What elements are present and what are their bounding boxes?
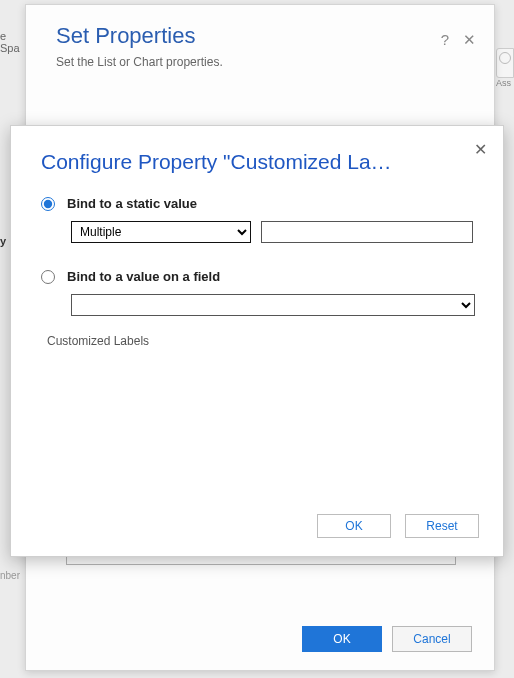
property-hint-label: Customized Labels (47, 334, 475, 348)
static-controls-row: Multiple (71, 221, 475, 243)
outer-dialog-subtitle: Set the List or Chart properties. (56, 55, 470, 69)
close-icon[interactable]: ✕ (463, 31, 476, 49)
help-icon[interactable]: ? (441, 31, 449, 49)
static-type-select[interactable]: Multiple (71, 221, 251, 243)
option-field-row: Bind to a value on a field (41, 269, 475, 284)
bg-assist-icon (496, 48, 514, 78)
configure-property-dialog: ✕ Configure Property "Customized La… Bin… (10, 125, 504, 557)
static-value-input[interactable] (261, 221, 473, 243)
inner-reset-button[interactable]: Reset (405, 514, 479, 538)
radio-field-value[interactable] (41, 270, 55, 284)
inner-dialog-title: Configure Property "Customized La… (41, 150, 461, 174)
inner-close-icon[interactable]: ✕ (474, 140, 487, 159)
outer-dialog-header: Set Properties Set the List or Chart pro… (26, 5, 494, 79)
outer-dialog-title: Set Properties (56, 23, 470, 49)
option-static-label: Bind to a static value (67, 196, 197, 211)
field-select[interactable] (71, 294, 475, 316)
option-field-label: Bind to a value on a field (67, 269, 220, 284)
inner-dialog-footer: OK Reset (317, 514, 479, 538)
outer-ok-button[interactable]: OK (302, 626, 382, 652)
bg-text-fragment: e Spa (0, 30, 25, 44)
inner-ok-button[interactable]: OK (317, 514, 391, 538)
outer-dialog-footer: OK Cancel (302, 626, 472, 652)
bg-text-fragment-y: y (0, 235, 8, 247)
outer-dialog-controls: ? ✕ (441, 31, 476, 49)
bg-assist-label: Ass (496, 78, 514, 88)
bg-text-fragment-2: nber (0, 570, 25, 600)
option-static-row: Bind to a static value (41, 196, 475, 211)
outer-cancel-button[interactable]: Cancel (392, 626, 472, 652)
radio-static-value[interactable] (41, 197, 55, 211)
